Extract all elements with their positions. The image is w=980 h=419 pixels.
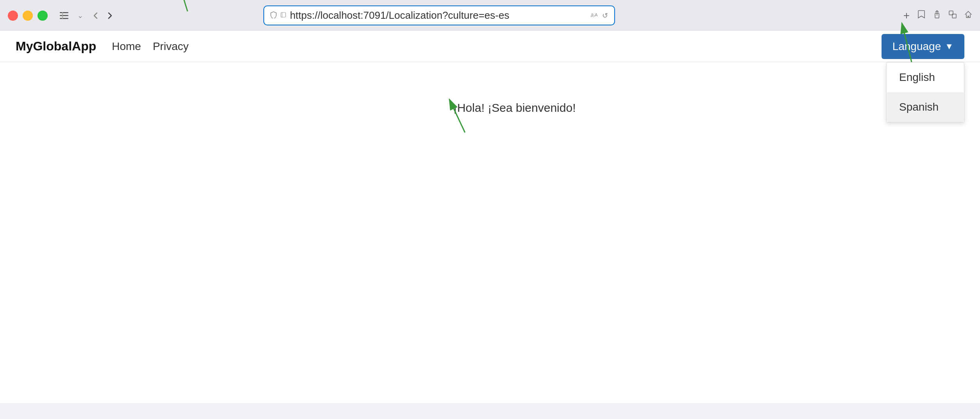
reload-icon[interactable]: ↺: [602, 11, 608, 20]
svg-rect-3: [62, 12, 63, 19]
svg-text:あ: あ: [590, 13, 595, 17]
nav-privacy[interactable]: Privacy: [153, 40, 189, 53]
home-icon[interactable]: [964, 11, 972, 21]
forward-button[interactable]: [104, 9, 116, 22]
browser-titlebar: ⌄ あA ↺: [0, 0, 980, 31]
browser-window: ⌄ あA ↺: [0, 0, 980, 403]
chevron-down-icon[interactable]: ⌄: [77, 11, 83, 20]
minimize-button[interactable]: [23, 11, 33, 21]
language-option-english[interactable]: English: [887, 63, 964, 92]
shield-icon: [270, 11, 277, 20]
svg-rect-0: [60, 12, 68, 13]
annotation-arrow-welcome: [442, 93, 481, 140]
main-content: ¡Hola! ¡Sea bienvenido!: [0, 62, 980, 403]
traffic-lights: [8, 11, 48, 21]
language-option-spanish[interactable]: Spanish: [887, 92, 964, 122]
nav-links: Home Privacy: [112, 40, 189, 53]
app-navbar: MyGlobalApp Home Privacy Language ▼ Engl…: [0, 31, 980, 62]
svg-rect-2: [60, 18, 68, 19]
close-button[interactable]: [8, 11, 18, 21]
nav-arrows: [89, 9, 116, 22]
address-bar-actions: あA ↺: [590, 11, 608, 20]
language-dropdown: English Spanish: [886, 62, 964, 122]
svg-rect-4: [281, 13, 286, 17]
maximize-button[interactable]: [38, 11, 48, 21]
svg-rect-1: [60, 15, 68, 16]
sidebar-toggle-button[interactable]: [57, 10, 71, 21]
favicon-icon: [281, 12, 286, 19]
tabs-icon[interactable]: [949, 11, 957, 21]
back-button[interactable]: [89, 9, 102, 22]
nav-home[interactable]: Home: [112, 40, 141, 53]
app-brand: MyGlobalApp: [16, 39, 96, 54]
share-icon[interactable]: [933, 10, 941, 21]
address-bar[interactable]: あA ↺: [263, 5, 615, 25]
url-input[interactable]: [290, 9, 587, 21]
translate-icon[interactable]: あA: [590, 11, 599, 20]
svg-text:A: A: [595, 13, 598, 17]
language-caret-icon: ▼: [945, 41, 953, 52]
